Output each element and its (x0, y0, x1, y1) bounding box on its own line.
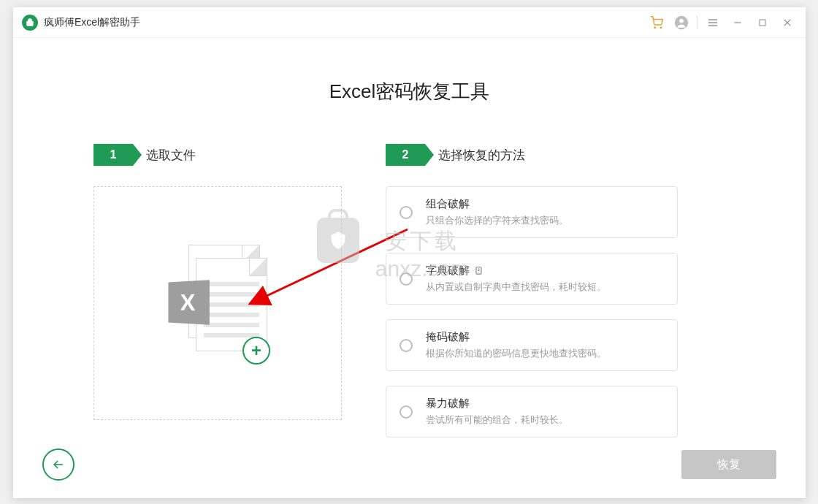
radio-icon (400, 405, 413, 419)
radio-icon (400, 339, 413, 352)
method-combo[interactable]: 组合破解 只组合你选择的字符来查找密码。 (386, 186, 678, 238)
menu-icon[interactable] (700, 10, 725, 35)
svg-point-3 (679, 18, 684, 23)
radio-icon (400, 206, 413, 219)
method-dictionary[interactable]: 字典破解 从内置或自制字典中查找密码，耗时较短。 (386, 253, 678, 305)
restore-button[interactable]: 恢复 (681, 450, 776, 479)
method-desc: 根据你所知道的密码信息更快地查找密码。 (426, 347, 665, 360)
method-title: 字典破解 (426, 264, 470, 278)
account-icon[interactable] (669, 10, 694, 35)
step-1-column: 1 选取文件 X + (93, 144, 342, 438)
back-button[interactable] (42, 448, 74, 481)
method-desc: 从内置或自制字典中查找密码，耗时较短。 (426, 280, 665, 294)
add-file-icon: + (242, 337, 270, 364)
step-2-column: 2 选择恢复的方法 组合破解 只组合你选择的字符来查找密码。 字典破解 (386, 144, 678, 438)
method-list: 组合破解 只组合你选择的字符来查找密码。 字典破解 从内置或自制字典中查找密码，… (386, 186, 678, 438)
step-1-badge: 1 (93, 144, 133, 166)
page-title: Excel密码恢复工具 (13, 79, 806, 104)
maximize-button[interactable] (750, 10, 775, 35)
method-mask[interactable]: 掩码破解 根据你所知道的密码信息更快地查找密码。 (386, 319, 678, 371)
svg-point-0 (654, 27, 656, 28)
titlebar: 疯师傅Excel解密助手 (13, 7, 806, 38)
app-logo-icon (22, 15, 38, 31)
radio-icon (400, 272, 413, 286)
method-desc: 只组合你选择的字符来查找密码。 (426, 214, 665, 227)
app-window: 疯师傅Excel解密助手 Excel密码恢复工具 1 选取文件 (13, 7, 806, 498)
step-2-badge: 2 (386, 144, 425, 166)
method-title: 暴力破解 (426, 397, 470, 411)
minimize-button[interactable] (725, 10, 750, 35)
content-area: 1 选取文件 X + (13, 144, 806, 438)
background-fragment (0, 0, 44, 3)
method-desc: 尝试所有可能的组合，耗时较长。 (426, 413, 665, 427)
excel-file-icon: X + (167, 237, 269, 369)
step-1-header: 1 选取文件 (93, 144, 342, 166)
app-title: 疯师傅Excel解密助手 (44, 16, 140, 29)
footer: 恢复 (13, 448, 806, 481)
page-settings-icon (474, 266, 484, 276)
svg-point-1 (660, 27, 662, 28)
method-title: 掩码破解 (426, 330, 470, 344)
method-title: 组合破解 (426, 197, 470, 211)
close-button[interactable] (775, 10, 800, 35)
svg-rect-8 (760, 20, 765, 26)
cart-icon[interactable] (644, 10, 669, 35)
step-2-header: 2 选择恢复的方法 (386, 144, 678, 166)
step-1-label: 选取文件 (146, 147, 196, 164)
step-2-label: 选择恢复的方法 (438, 147, 525, 164)
file-dropzone[interactable]: X + (93, 186, 342, 420)
method-bruteforce[interactable]: 暴力破解 尝试所有可能的组合，耗时较长。 (386, 386, 678, 438)
excel-x-glyph: X (168, 280, 209, 325)
